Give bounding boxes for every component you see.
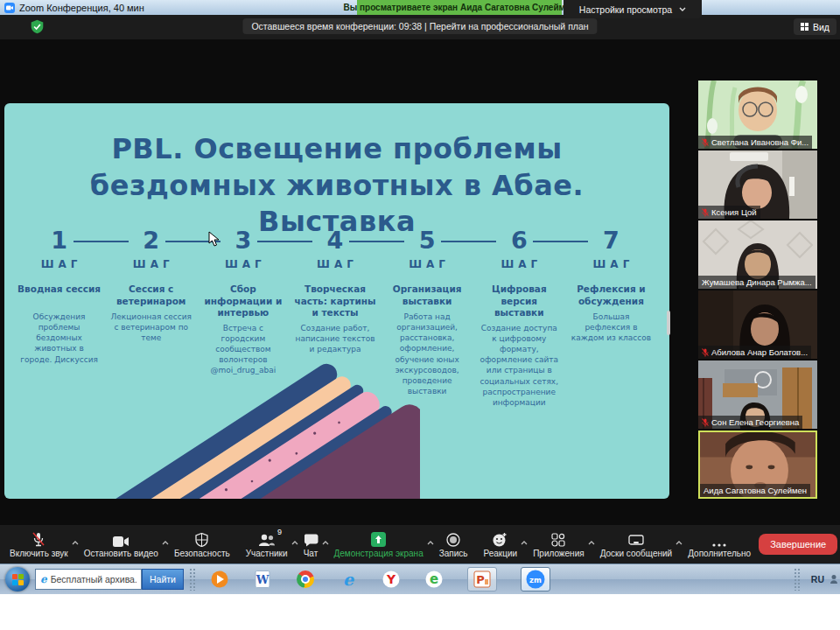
participant-name-bar: Ксения Цой <box>698 206 760 219</box>
taskbar-grip <box>189 568 196 591</box>
share-screen-button[interactable]: Демонстрация экрана <box>326 525 431 564</box>
more-dots-icon <box>712 531 726 547</box>
record-button[interactable]: Запись <box>431 525 476 564</box>
participants-count-badge: 9 <box>277 528 282 536</box>
svg-text:zm: zm <box>529 576 542 584</box>
participant-name-bar: Жумашева Динара Рымжа... <box>698 276 816 289</box>
apps-button[interactable]: Приложения <box>525 525 592 564</box>
ie-icon: e <box>40 574 47 584</box>
participant-tile[interactable]: Ксения Цой <box>698 150 817 219</box>
view-settings-dropdown[interactable]: Настройки просмотра <box>564 0 702 18</box>
step-desc: Создание работ, написание текстов и реда… <box>293 323 376 354</box>
zoom-taskbar-button[interactable]: zm <box>521 567 550 592</box>
toolbar-label: Приложения <box>533 549 584 558</box>
step-title: Вводная сессия <box>18 284 101 308</box>
unmute-button[interactable]: Включить звук <box>2 525 76 564</box>
toolbar-label: Чат <box>304 549 318 558</box>
whiteboard-icon <box>628 531 644 547</box>
windows-logo-icon <box>12 574 24 585</box>
chat-button[interactable]: Чат <box>296 525 326 564</box>
step-word: ШАГ <box>390 258 469 270</box>
participant-tile[interactable]: Сон Елена Георгиевна <box>698 360 817 429</box>
step-number: 4 <box>293 226 376 256</box>
toolbar-label: Дополнительно <box>688 549 751 558</box>
toolbar-label: Реакции <box>484 549 518 558</box>
whiteboards-button[interactable]: Доски сообщений <box>592 525 681 564</box>
step-title: Сбор информации и интервью <box>201 284 284 319</box>
step-desc: Создание доступа к цифровому формату, оф… <box>478 323 561 408</box>
step-title: Сессия с ветеринаром <box>109 284 192 308</box>
toolbar-label: Безопасность <box>174 549 230 558</box>
toolbar-label: Демонстрация экрана <box>334 549 424 558</box>
view-settings-label: Настройки просмотра <box>579 4 672 15</box>
participant-name: Сон Елена Георгиевна <box>711 417 799 427</box>
green-e-browser-icon[interactable]: e <box>424 570 444 589</box>
step-number: 5 <box>386 226 469 256</box>
participant-name: Аида Сагатовна Сулеймен <box>704 486 807 495</box>
tray-grip <box>794 568 801 591</box>
muted-mic-icon <box>702 418 709 427</box>
slide-scrollbar-thumb[interactable] <box>667 311 670 335</box>
step-7: 7 ШАГ Рефлексия и обсуждения Большая реф… <box>565 226 657 408</box>
language-indicator[interactable]: RU <box>811 574 824 584</box>
view-button-label: Вид <box>813 22 830 32</box>
taskbar-search[interactable]: e Бесплатный архива... Найти <box>35 569 184 590</box>
notebooks-illustration <box>96 361 420 499</box>
apps-icon <box>551 531 565 547</box>
participants-button[interactable]: 9 Участники <box>238 525 296 564</box>
participant-name-bar: Сон Елена Георгиевна <box>698 416 802 429</box>
toolbar-label: Остановить видео <box>84 549 158 558</box>
muted-mic-icon <box>32 531 46 547</box>
media-player-icon[interactable] <box>210 570 229 589</box>
participant-name: Ксения Цой <box>711 207 757 217</box>
internet-explorer-icon[interactable]: e <box>339 570 358 589</box>
reactions-button[interactable]: Реакции <box>476 525 526 564</box>
participant-tile[interactable]: Жумашева Динара Рымжа... <box>698 220 817 289</box>
yandex-browser-icon[interactable]: Y <box>382 570 401 589</box>
zoom-app-icon <box>4 3 15 13</box>
step-word: ШАГ <box>22 258 101 270</box>
tray-icon[interactable] <box>830 574 838 584</box>
powerpoint-taskbar-button[interactable]: P <box>467 567 497 592</box>
participant-tile-active-speaker[interactable]: Аида Сагатовна Сулеймен <box>698 430 817 499</box>
muted-mic-icon <box>702 138 709 147</box>
participant-name: Абилова Анар Болатов... <box>711 347 808 357</box>
screen-share-banner: Вы просматриваете экран Аида Сагатовна С… <box>357 0 562 15</box>
zoom-app-window: Zoom Конференция, 40 мин Вы просматривае… <box>0 0 840 630</box>
record-icon <box>446 531 460 547</box>
participant-name: Светлана Ивановна Фи... <box>711 137 808 147</box>
participant-name: Жумашева Динара Рымжа... <box>702 277 812 287</box>
word-icon[interactable]: W <box>253 570 272 589</box>
toolbar-label: Включить звук <box>10 549 68 558</box>
participant-name-bar: Светлана Ивановна Фи... <box>698 136 812 149</box>
chrome-icon[interactable] <box>296 570 315 589</box>
step-number: 6 <box>478 226 561 256</box>
toolbar-label: Участники <box>246 549 288 558</box>
search-go-button[interactable]: Найти <box>142 569 184 590</box>
toolbar-label: Запись <box>439 549 468 558</box>
end-meeting-button[interactable]: Завершение <box>759 534 837 555</box>
participants-icon <box>258 531 276 547</box>
more-button[interactable]: Дополнительно <box>680 525 759 564</box>
participants-strip: Светлана Ивановна Фи... Ксения Цой <box>698 80 817 499</box>
windows-taskbar: e Бесплатный архива... Найти W e Y e <box>0 564 840 594</box>
remaining-time-link[interactable]: Оставшееся время конференции: 09:38 | Пе… <box>242 18 597 34</box>
svg-text:P: P <box>476 573 485 586</box>
camera-icon <box>113 531 129 547</box>
search-text: Бесплатный архива... <box>51 574 136 584</box>
start-button[interactable] <box>5 567 30 592</box>
step-number: 1 <box>18 226 101 256</box>
stop-video-button[interactable]: Остановить видео <box>76 525 166 564</box>
participant-tile[interactable]: Светлана Ивановна Фи... <box>698 80 817 149</box>
shared-screen-area: PBL. Освещение проблемы бездомных животн… <box>0 39 840 525</box>
view-button[interactable]: Вид <box>794 18 836 35</box>
step-desc: Большая рефлексия в каждом из классов <box>570 312 653 343</box>
security-shield-icon[interactable] <box>30 19 45 34</box>
security-button[interactable]: Безопасность <box>166 525 238 564</box>
chat-bubble-icon <box>304 531 318 547</box>
participant-tile[interactable]: Абилова Анар Болатов... <box>698 290 817 359</box>
step-6: 6 ШАГ Цифровая версия выставки Создание … <box>473 226 565 408</box>
svg-text:e: e <box>430 571 438 587</box>
step-title: Рефлексия и обсуждения <box>570 284 653 308</box>
search-input[interactable]: e Бесплатный архива... <box>35 569 142 590</box>
